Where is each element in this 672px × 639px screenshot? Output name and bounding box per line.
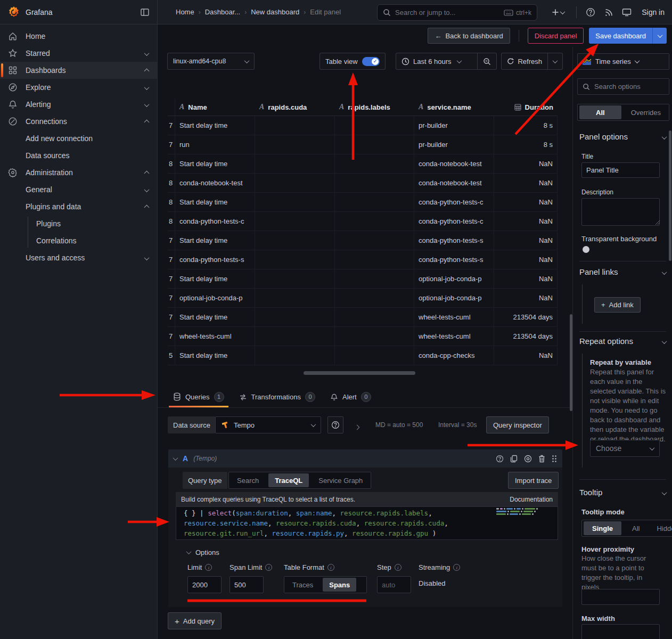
column-header-duration[interactable]: Duration [494,99,558,116]
chevron-down-icon[interactable] [145,83,149,92]
step-input[interactable] [377,576,411,593]
query-type-traceql[interactable]: TraceQL [268,473,309,487]
duplicate-query-icon[interactable] [510,455,518,463]
query-type-search[interactable]: Search [231,473,265,487]
query-ref-label[interactable]: A [183,454,188,463]
chevron-up-icon[interactable] [145,202,149,211]
tab-transformations[interactable]: Transformations0 [234,386,321,407]
limit-input[interactable] [187,576,222,593]
refresh-button[interactable]: Refresh [502,53,547,69]
save-dashboard-dropdown[interactable] [653,28,667,44]
breadcrumb-item[interactable]: Home [176,8,194,16]
tooltip-hidden[interactable]: Hidden [650,521,672,535]
repeat-options-header[interactable]: Repeat options [579,337,666,346]
sidebar-item-plugins-and-data[interactable]: Plugins and data [0,198,157,215]
column-header-rapids-labels[interactable]: Arapids.labels [335,99,414,116]
table-row[interactable]: 8Start delay timeconda-notebook-testNaN [168,154,558,174]
sidebar-item-plugins[interactable]: Plugins [0,215,157,232]
format-spans[interactable]: Spans [323,578,356,592]
add-new-button[interactable] [546,5,570,20]
tooltip-single[interactable]: Single [584,521,621,535]
table-row[interactable]: 7optional-job-conda-poptional-job-conda-… [168,289,558,308]
drag-handle-icon[interactable] [552,455,557,463]
query-help-icon[interactable] [496,455,504,463]
search-options-input[interactable]: Search options [577,78,669,95]
datasource-select[interactable]: Tempo [215,416,321,433]
filter-overrides[interactable]: Overrides [625,105,667,119]
query-type-service-graph[interactable]: Service Graph [312,473,369,487]
breadcrumb-item[interactable]: New dashboard [251,8,299,16]
sign-in-link[interactable]: Sign in [642,8,665,17]
tooltip-all[interactable]: All [625,521,647,535]
chevron-down-icon[interactable] [145,49,149,58]
hover-proximity-input[interactable] [581,589,660,605]
chevron-up-icon[interactable] [145,66,149,75]
description-textarea[interactable] [581,198,660,226]
sidebar-item-explore[interactable]: Explore [0,79,157,96]
expand-options-icon[interactable] [355,423,359,431]
filter-all[interactable]: All [579,105,621,119]
back-to-dashboard-button[interactable]: ← Back to dashboard [428,28,510,44]
search-input[interactable]: Search or jump to... ctrl+k [377,4,537,21]
refresh-interval-dropdown[interactable] [548,53,562,69]
chevron-up-icon[interactable] [145,117,149,126]
help-icon[interactable] [583,5,598,20]
sidebar-item-add-new-connection[interactable]: Add new connection [0,130,157,147]
mega-menu-toggle-icon[interactable] [139,6,151,18]
sidebar-item-general[interactable]: General [0,181,157,198]
add-link-button[interactable]: +Add link [594,297,641,313]
sidebar-item-administration[interactable]: Administration [0,164,157,181]
tooltip-header[interactable]: Tooltip [579,488,666,497]
discard-panel-button[interactable]: Discard panel [528,28,584,44]
table-row[interactable]: 8conda-notebook-testconda-notebook-testN… [168,174,558,193]
sidebar-item-correlations[interactable]: Correlations [0,232,157,249]
table-row[interactable]: 5Start delay timeconda-cpp-checksNaN [168,346,558,365]
format-traces[interactable]: Traces [286,578,319,592]
time-range-picker[interactable]: Last 6 hours [396,53,477,69]
resize-handle-icon[interactable] [655,220,660,225]
tab-queries[interactable]: Queries1 [168,386,230,407]
datasource-help-button[interactable] [327,416,343,433]
sidebar-item-connections[interactable]: Connections [0,113,157,130]
grafana-logo-icon[interactable] [7,6,20,19]
save-dashboard-button[interactable]: Save dashboard [589,28,653,44]
sidebar-item-alerting[interactable]: Alerting [0,96,157,113]
sidebar-item-home[interactable]: Home [0,28,157,45]
add-query-button[interactable]: + Add query [168,612,222,629]
import-trace-button[interactable]: Import trace [508,472,559,489]
table-horizontal-scrollbar[interactable] [304,371,415,375]
kiosk-monitor-icon[interactable] [619,5,634,20]
panel-options-header[interactable]: Panel options [579,132,666,141]
tab-alert[interactable]: Alert0 [325,386,376,407]
visualization-select[interactable]: Time series [577,53,669,70]
remove-query-icon[interactable] [538,455,545,463]
zoom-out-time-button[interactable] [478,53,496,69]
sidebar-item-data-sources[interactable]: Data sources [0,147,157,164]
options-collapse[interactable]: Options [187,548,219,556]
max-width-input[interactable] [581,624,660,639]
table-row[interactable]: 7Start delay timeconda-python-tests-sNaN [168,231,558,250]
table-view-toggle[interactable]: ✓ [362,57,380,66]
breadcrumb-item[interactable]: Dashboar... [205,8,241,16]
table-row[interactable]: 7runpr-builder8 s [168,135,558,154]
table-row[interactable]: 8conda-python-tests-cconda-python-tests-… [168,212,558,231]
query-inspector-button[interactable]: Query inspector [486,416,549,433]
panel-title-input[interactable] [581,162,660,178]
table-row[interactable]: 7Start delay timepr-builder8 s [168,116,558,135]
chevron-down-icon[interactable] [145,253,149,262]
column-header-service-name[interactable]: Aservice.name [414,99,494,116]
table-row[interactable]: 7conda-python-tests-sconda-python-tests-… [168,250,558,269]
table-row[interactable]: 7Start delay timewheel-tests-cuml213504 … [168,308,558,327]
sidebar-item-dashboards[interactable]: Dashboards [0,62,157,79]
table-row[interactable]: 7wheel-tests-cumlwheel-tests-cuml213504 … [168,327,558,346]
collapse-query-icon[interactable] [173,455,178,461]
span-limit-input[interactable] [230,576,264,593]
table-row[interactable]: 7Start delay timeoptional-job-conda-pNaN [168,269,558,289]
sidebar-item-starred[interactable]: Starred [0,45,157,62]
panel-title-select[interactable]: linux-amd64-cpu8 [167,53,255,70]
table-row[interactable]: 8Start delay timeconda-python-tests-cNaN [168,193,558,212]
column-header-rapids-cuda[interactable]: Arapids.cuda [255,99,335,116]
documentation-link[interactable]: Documentation [510,496,553,503]
chevron-down-icon[interactable] [145,100,149,109]
news-rss-icon[interactable] [601,5,616,20]
